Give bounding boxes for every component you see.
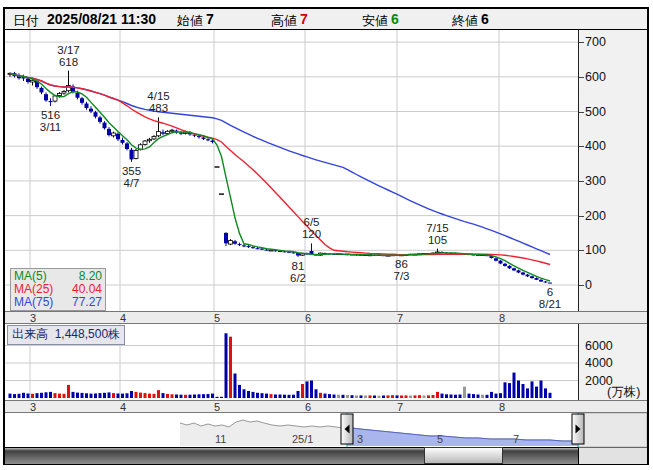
ma75-line [10, 73, 550, 254]
price-tick-mark [579, 181, 584, 182]
volume-bar [153, 394, 156, 398]
month-tick-label: 6 [305, 401, 311, 413]
candle-down [107, 129, 111, 135]
volume-bar [256, 393, 259, 398]
volume-bar [261, 393, 264, 398]
candle-down [85, 104, 89, 109]
month-axis-band-top: 345678 [5, 311, 647, 324]
month-tick-label: 8 [499, 401, 505, 413]
volume-bar [490, 392, 493, 398]
volume-bar [346, 395, 349, 398]
volume-bar [157, 390, 160, 398]
candle-down [499, 261, 503, 264]
volume-bar [99, 393, 102, 398]
candle-down [121, 140, 125, 143]
month-tick-label: 3 [30, 312, 36, 324]
candle-up [112, 133, 116, 136]
open-value: 7 [206, 11, 214, 27]
date-value: 2025/08/21 11:30 [47, 11, 156, 27]
volume-bar [9, 394, 12, 398]
price-tick-label: 200 [585, 209, 606, 223]
price-tick-mark [579, 250, 584, 251]
volume-bar [238, 385, 241, 398]
volume-title-value: 1,448,500株 [55, 327, 120, 341]
nav-month-label: 7 [513, 433, 519, 445]
swing-annotation: 5163/11 [40, 109, 62, 133]
candle-up [143, 141, 147, 145]
range-navigator-canvas[interactable]: 1125/1357 [5, 413, 647, 447]
volume-bar [391, 395, 394, 398]
ma-value: 77.27 [72, 296, 102, 309]
volume-bar [108, 392, 111, 398]
price-chart-pane: 3/176185163/114/154833554/76/5120816/286… [5, 30, 647, 311]
date-label: 日付 [13, 12, 39, 30]
swing-annotation: 867/3 [394, 258, 410, 282]
volume-bar [297, 391, 300, 398]
volume-bar [432, 395, 435, 398]
candle-up [157, 132, 161, 136]
candle-down [206, 139, 210, 140]
volume-bar [54, 393, 57, 398]
volume-bar [130, 391, 133, 398]
candle-down [224, 233, 228, 243]
scrollbar-right-gap [578, 447, 647, 464]
nav-right-handle[interactable] [572, 414, 584, 444]
candle-down [247, 246, 251, 247]
candle-down [80, 98, 84, 103]
volume-bar [414, 395, 417, 398]
volume-bar [193, 395, 196, 399]
volume-bar [508, 383, 511, 398]
volume-bar [355, 395, 358, 398]
scrollbar-thumb[interactable] [424, 447, 503, 464]
candle-down [26, 79, 30, 83]
price-tick-mark [579, 112, 584, 113]
nav-month-label: 25/1 [292, 433, 313, 445]
candle-down [521, 273, 525, 275]
volume-bar [180, 395, 183, 398]
nav-month-label: 11 [215, 433, 226, 445]
volume-bar [162, 393, 165, 398]
volume-bar [76, 393, 79, 398]
volume-bar [504, 382, 507, 398]
candle-up [301, 254, 305, 255]
volume-bar [148, 394, 151, 398]
price-tick-mark [579, 146, 584, 147]
volume-bar [189, 395, 192, 398]
volume-bar [45, 392, 48, 398]
volume-bar [549, 393, 552, 398]
volume-bar [40, 393, 43, 398]
candle-down [161, 132, 165, 133]
high-value: 7 [300, 11, 308, 27]
candle-down [49, 101, 53, 102]
month-tick-label: 4 [120, 312, 126, 324]
candle-up [62, 91, 66, 93]
low-value: 6 [391, 11, 399, 27]
volume-bar [423, 396, 426, 399]
h-scrollbar[interactable] [5, 447, 647, 464]
swing-annotation: 3/17618 [57, 44, 79, 68]
volume-bar [337, 395, 340, 398]
volume-tick-label: 4000 [585, 356, 613, 370]
volume-bar [247, 391, 250, 398]
nav-left-handle[interactable] [341, 414, 353, 444]
volume-bar [211, 394, 214, 398]
volume-bar [405, 395, 408, 398]
high-label: 高値 [271, 12, 297, 30]
candle-down [98, 117, 102, 122]
volume-bar [22, 393, 25, 398]
volume-bar [544, 388, 547, 398]
candle-down [526, 275, 530, 277]
volume-bar [427, 395, 430, 398]
volume-bar [139, 393, 142, 398]
candle-up [170, 130, 174, 131]
volume-bar [117, 394, 120, 399]
ma-label: MA(75) [14, 296, 53, 309]
volume-bar [459, 395, 462, 399]
candle-down [512, 268, 516, 270]
volume-bar [265, 394, 268, 398]
month-tick-label: 7 [397, 401, 403, 413]
range-navigator[interactable]: 1125/1357 [5, 413, 647, 447]
candle-up [148, 139, 152, 140]
swing-annotation: 68/21 [539, 286, 561, 310]
volume-bar [306, 381, 309, 398]
